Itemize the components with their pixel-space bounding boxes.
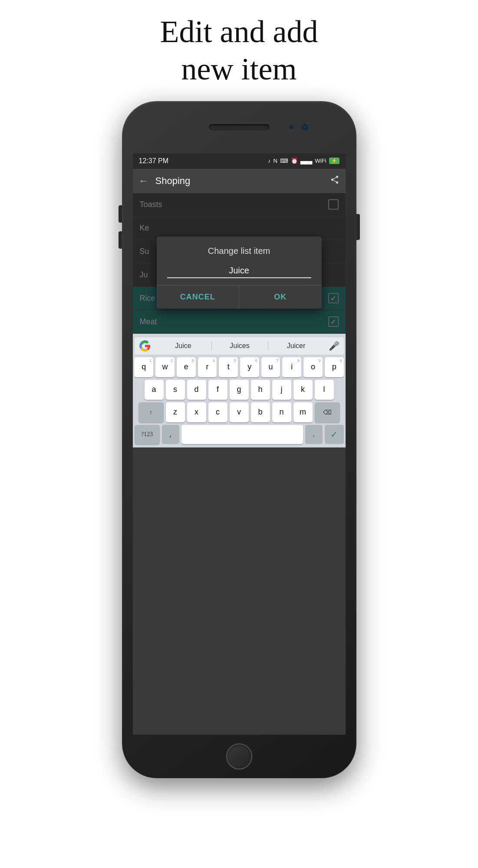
bottom-bezel (122, 735, 356, 778)
home-button[interactable] (226, 743, 252, 769)
top-bezel (122, 101, 356, 153)
period-key[interactable]: . (305, 425, 323, 444)
key-y[interactable]: y6 (240, 357, 259, 377)
sym-key[interactable]: ?123 (135, 425, 160, 444)
key-k[interactable]: k (293, 380, 313, 400)
page-title: Edit and add new item (160, 13, 318, 88)
key-n[interactable]: n (272, 402, 291, 422)
key-q[interactable]: q1 (134, 357, 153, 377)
backspace-key[interactable]: ⌫ (315, 402, 340, 422)
music-icon: ♪ (268, 158, 271, 164)
key-e[interactable]: e3 (177, 357, 196, 377)
app-bar: ← Shoping (133, 169, 346, 193)
volume-up-button (119, 205, 122, 223)
key-b[interactable]: b (251, 402, 270, 422)
mic-icon[interactable]: 🎤 (329, 341, 340, 351)
dialog-title: Change list item (157, 237, 322, 260)
key-i[interactable]: i8 (282, 357, 301, 377)
keyboard-row-2: a s d f g h j k l (135, 380, 344, 400)
key-a[interactable]: a (145, 380, 164, 400)
status-bar: 12:37 PM ♪ N ⌨ ⏰ ▄▄▄ WiFi ⚡ (133, 153, 346, 169)
keyboard-row-1: q1 w2 e3 r4 t5 y6 u7 i8 o9 p0 (135, 357, 344, 377)
battery-icon: ⚡ (329, 158, 340, 164)
space-key[interactable] (181, 425, 303, 444)
shift-key[interactable]: ↑ (138, 402, 164, 422)
status-icons: ♪ N ⌨ ⏰ ▄▄▄ WiFi ⚡ (268, 158, 340, 164)
key-c[interactable]: c (208, 402, 227, 422)
suggestion-juicer[interactable]: Juicer (268, 342, 324, 350)
front-camera (301, 123, 309, 131)
suggestion-juice[interactable]: Juice (155, 342, 211, 350)
dialog-input-wrapper (157, 260, 322, 285)
key-r[interactable]: r4 (198, 357, 217, 377)
key-u[interactable]: u7 (261, 357, 280, 377)
comma-key[interactable]: , (162, 425, 179, 444)
keyboard-suggestions: Juice Juices Juicer 🎤 (135, 337, 344, 355)
keyboard-bottom-row: ?123 , . ✓ (135, 425, 344, 444)
key-j[interactable]: j (272, 380, 291, 400)
list-area: Toasts Ke Su Ju Rice ✓ Meat ✓ (133, 193, 346, 334)
volume-down-button (119, 231, 122, 249)
dialog: Change list item CANCEL OK (157, 237, 322, 309)
share-button[interactable] (330, 175, 340, 187)
app-title: Shoping (155, 175, 330, 187)
key-z[interactable]: z (166, 402, 185, 422)
sensor (289, 125, 293, 129)
key-o[interactable]: o9 (303, 357, 323, 377)
ok-button[interactable]: OK (239, 286, 322, 309)
signal-icon: ▄▄▄ (300, 158, 313, 164)
key-l[interactable]: l (315, 380, 334, 400)
key-p[interactable]: p0 (325, 357, 344, 377)
enter-key[interactable]: ✓ (325, 425, 344, 444)
wifi-icon: WiFi (315, 158, 326, 164)
key-v[interactable]: v (230, 402, 249, 422)
key-m[interactable]: m (293, 402, 313, 422)
power-button (356, 214, 360, 240)
key-t[interactable]: t5 (219, 357, 238, 377)
key-w[interactable]: w2 (155, 357, 175, 377)
dialog-input[interactable] (167, 264, 311, 278)
key-x[interactable]: x (187, 402, 206, 422)
key-f[interactable]: f (208, 380, 227, 400)
keyboard-row-3: ↑ z x c v b n m ⌫ (135, 402, 344, 422)
key-h[interactable]: h (251, 380, 270, 400)
status-time: 12:37 PM (139, 157, 168, 165)
key-d[interactable]: d (187, 380, 206, 400)
back-button[interactable]: ← (139, 175, 148, 187)
dialog-buttons: CANCEL OK (157, 285, 322, 309)
speaker-grille (209, 124, 270, 130)
dialog-overlay: Change list item CANCEL OK (133, 193, 346, 334)
keyboard: Juice Juices Juicer 🎤 q1 w2 e3 r4 t5 y6 … (133, 334, 346, 447)
notification-icon: N (273, 158, 277, 164)
google-logo-icon (139, 340, 151, 352)
key-g[interactable]: g (230, 380, 249, 400)
cancel-button[interactable]: CANCEL (157, 286, 240, 309)
suggestion-juices[interactable]: Juices (212, 342, 268, 350)
phone-shell: 12:37 PM ♪ N ⌨ ⏰ ▄▄▄ WiFi ⚡ ← Shoping (122, 101, 356, 778)
alarm-icon: ⏰ (291, 158, 298, 164)
phone-screen: 12:37 PM ♪ N ⌨ ⏰ ▄▄▄ WiFi ⚡ ← Shoping (133, 153, 346, 735)
key-s[interactable]: s (166, 380, 185, 400)
keyboard-icon: ⌨ (280, 158, 288, 164)
